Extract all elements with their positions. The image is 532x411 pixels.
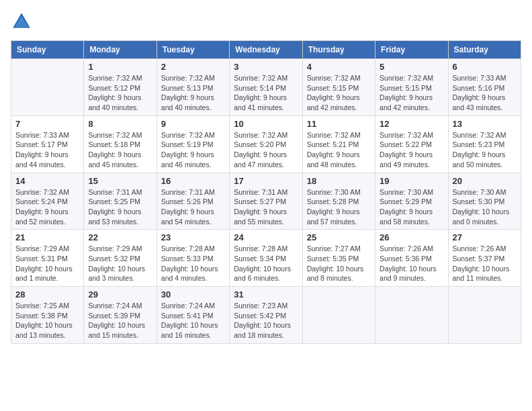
day-number: 13 [453, 119, 517, 129]
day-number: 15 [88, 176, 152, 186]
calendar-cell [448, 287, 521, 344]
calendar-cell: 26Sunrise: 7:26 AM Sunset: 5:36 PM Dayli… [375, 230, 448, 287]
day-number: 28 [15, 289, 79, 300]
calendar-cell: 19Sunrise: 7:30 AM Sunset: 5:29 PM Dayli… [375, 173, 448, 230]
day-number: 23 [161, 232, 225, 242]
week-row-3: 14Sunrise: 7:32 AM Sunset: 5:24 PM Dayli… [11, 173, 521, 230]
calendar-cell: 4Sunrise: 7:32 AM Sunset: 5:15 PM Daylig… [302, 59, 375, 116]
day-info: Sunrise: 7:33 AM Sunset: 5:16 PM Dayligh… [453, 73, 517, 113]
calendar-cell: 10Sunrise: 7:32 AM Sunset: 5:20 PM Dayli… [230, 116, 302, 173]
calendar-cell: 1Sunrise: 7:32 AM Sunset: 5:12 PM Daylig… [84, 59, 157, 116]
day-info: Sunrise: 7:24 AM Sunset: 5:41 PM Dayligh… [161, 301, 225, 340]
weekday-header-wednesday: Wednesday [230, 41, 302, 59]
calendar-cell: 31Sunrise: 7:23 AM Sunset: 5:42 PM Dayli… [230, 287, 302, 344]
day-number: 20 [453, 176, 517, 186]
weekday-header-friday: Friday [375, 41, 448, 59]
day-number: 24 [234, 232, 298, 242]
week-row-1: 1Sunrise: 7:32 AM Sunset: 5:12 PM Daylig… [11, 59, 521, 116]
weekday-header-monday: Monday [84, 41, 157, 59]
calendar-cell: 18Sunrise: 7:30 AM Sunset: 5:28 PM Dayli… [302, 173, 375, 230]
day-number: 18 [307, 176, 371, 186]
day-info: Sunrise: 7:30 AM Sunset: 5:29 PM Dayligh… [380, 187, 443, 227]
day-info: Sunrise: 7:27 AM Sunset: 5:35 PM Dayligh… [307, 244, 371, 283]
day-info: Sunrise: 7:29 AM Sunset: 5:31 PM Dayligh… [15, 244, 79, 283]
day-info: Sunrise: 7:31 AM Sunset: 5:26 PM Dayligh… [161, 187, 225, 227]
day-number: 3 [234, 62, 298, 72]
day-info: Sunrise: 7:32 AM Sunset: 5:21 PM Dayligh… [307, 130, 371, 170]
day-info: Sunrise: 7:31 AM Sunset: 5:25 PM Dayligh… [88, 187, 152, 227]
day-number: 9 [161, 119, 225, 129]
calendar-cell [375, 287, 448, 344]
day-number: 12 [380, 119, 443, 129]
day-number: 11 [307, 119, 371, 129]
day-info: Sunrise: 7:32 AM Sunset: 5:18 PM Dayligh… [88, 130, 152, 170]
weekday-header-tuesday: Tuesday [157, 41, 229, 59]
day-number: 7 [15, 119, 79, 129]
day-info: Sunrise: 7:32 AM Sunset: 5:14 PM Dayligh… [234, 73, 298, 113]
week-row-4: 21Sunrise: 7:29 AM Sunset: 5:31 PM Dayli… [11, 230, 521, 287]
day-info: Sunrise: 7:32 AM Sunset: 5:22 PM Dayligh… [380, 130, 443, 170]
day-info: Sunrise: 7:26 AM Sunset: 5:37 PM Dayligh… [453, 244, 517, 283]
calendar-cell: 5Sunrise: 7:32 AM Sunset: 5:15 PM Daylig… [375, 59, 448, 116]
day-number: 1 [88, 62, 152, 72]
day-info: Sunrise: 7:32 AM Sunset: 5:15 PM Dayligh… [307, 73, 371, 113]
day-number: 22 [88, 232, 152, 242]
day-number: 6 [453, 62, 517, 72]
day-info: Sunrise: 7:31 AM Sunset: 5:27 PM Dayligh… [234, 187, 298, 227]
day-info: Sunrise: 7:33 AM Sunset: 5:17 PM Dayligh… [15, 130, 79, 170]
day-number: 19 [380, 176, 443, 186]
calendar-cell: 6Sunrise: 7:33 AM Sunset: 5:16 PM Daylig… [448, 59, 521, 116]
day-number: 14 [15, 176, 79, 186]
day-number: 31 [234, 289, 298, 300]
day-number: 26 [380, 232, 443, 242]
day-info: Sunrise: 7:32 AM Sunset: 5:15 PM Dayligh… [380, 73, 443, 113]
logo-icon [11, 11, 32, 32]
calendar-cell: 2Sunrise: 7:32 AM Sunset: 5:13 PM Daylig… [157, 59, 229, 116]
calendar-cell: 30Sunrise: 7:24 AM Sunset: 5:41 PM Dayli… [157, 287, 229, 344]
calendar-cell: 12Sunrise: 7:32 AM Sunset: 5:22 PM Dayli… [375, 116, 448, 173]
day-info: Sunrise: 7:30 AM Sunset: 5:28 PM Dayligh… [307, 187, 371, 227]
calendar-cell: 17Sunrise: 7:31 AM Sunset: 5:27 PM Dayli… [230, 173, 302, 230]
day-number: 2 [161, 62, 225, 72]
day-info: Sunrise: 7:25 AM Sunset: 5:38 PM Dayligh… [15, 301, 79, 340]
calendar-cell: 25Sunrise: 7:27 AM Sunset: 5:35 PM Dayli… [302, 230, 375, 287]
day-number: 30 [161, 289, 225, 300]
calendar-cell: 15Sunrise: 7:31 AM Sunset: 5:25 PM Dayli… [84, 173, 157, 230]
calendar-cell: 3Sunrise: 7:32 AM Sunset: 5:14 PM Daylig… [230, 59, 302, 116]
weekday-header-saturday: Saturday [448, 41, 521, 59]
day-number: 29 [88, 289, 152, 300]
calendar-cell: 20Sunrise: 7:30 AM Sunset: 5:30 PM Dayli… [448, 173, 521, 230]
calendar-cell: 13Sunrise: 7:32 AM Sunset: 5:23 PM Dayli… [448, 116, 521, 173]
day-info: Sunrise: 7:30 AM Sunset: 5:30 PM Dayligh… [453, 187, 517, 227]
day-info: Sunrise: 7:32 AM Sunset: 5:13 PM Dayligh… [161, 73, 225, 113]
week-row-5: 28Sunrise: 7:25 AM Sunset: 5:38 PM Dayli… [11, 287, 521, 344]
calendar-cell: 9Sunrise: 7:32 AM Sunset: 5:19 PM Daylig… [157, 116, 229, 173]
day-number: 27 [453, 232, 517, 242]
calendar-cell: 16Sunrise: 7:31 AM Sunset: 5:26 PM Dayli… [157, 173, 229, 230]
weekday-header-thursday: Thursday [302, 41, 375, 59]
page-header [11, 11, 521, 32]
day-number: 16 [161, 176, 225, 186]
day-number: 25 [307, 232, 371, 242]
day-number: 5 [380, 62, 443, 72]
day-number: 4 [307, 62, 371, 72]
day-info: Sunrise: 7:32 AM Sunset: 5:19 PM Dayligh… [161, 130, 225, 170]
day-info: Sunrise: 7:28 AM Sunset: 5:33 PM Dayligh… [161, 244, 225, 283]
day-info: Sunrise: 7:23 AM Sunset: 5:42 PM Dayligh… [234, 301, 298, 340]
day-number: 8 [88, 119, 152, 129]
weekday-header-row: SundayMondayTuesdayWednesdayThursdayFrid… [11, 41, 521, 59]
calendar-cell: 7Sunrise: 7:33 AM Sunset: 5:17 PM Daylig… [11, 116, 84, 173]
calendar-cell [302, 287, 375, 344]
week-row-2: 7Sunrise: 7:33 AM Sunset: 5:17 PM Daylig… [11, 116, 521, 173]
calendar-cell: 21Sunrise: 7:29 AM Sunset: 5:31 PM Dayli… [11, 230, 84, 287]
day-info: Sunrise: 7:28 AM Sunset: 5:34 PM Dayligh… [234, 244, 298, 283]
day-info: Sunrise: 7:32 AM Sunset: 5:12 PM Dayligh… [88, 73, 152, 113]
calendar-cell: 11Sunrise: 7:32 AM Sunset: 5:21 PM Dayli… [302, 116, 375, 173]
calendar-cell: 14Sunrise: 7:32 AM Sunset: 5:24 PM Dayli… [11, 173, 84, 230]
calendar-table: SundayMondayTuesdayWednesdayThursdayFrid… [11, 40, 521, 344]
logo [11, 11, 35, 32]
calendar-cell: 27Sunrise: 7:26 AM Sunset: 5:37 PM Dayli… [448, 230, 521, 287]
calendar-cell: 22Sunrise: 7:29 AM Sunset: 5:32 PM Dayli… [84, 230, 157, 287]
calendar-cell: 23Sunrise: 7:28 AM Sunset: 5:33 PM Dayli… [157, 230, 229, 287]
calendar-cell: 24Sunrise: 7:28 AM Sunset: 5:34 PM Dayli… [230, 230, 302, 287]
